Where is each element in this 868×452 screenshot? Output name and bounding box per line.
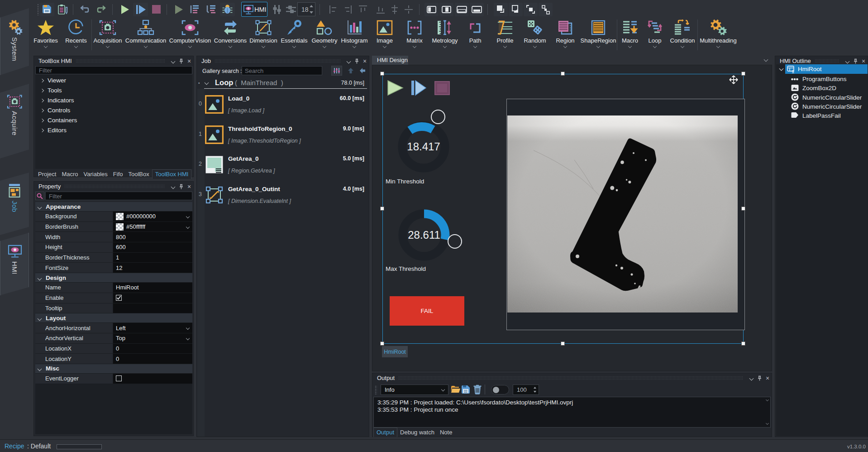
svg-text:28.611: 28.611 [408,229,440,241]
svg-text:18.417: 18.417 [407,140,440,153]
